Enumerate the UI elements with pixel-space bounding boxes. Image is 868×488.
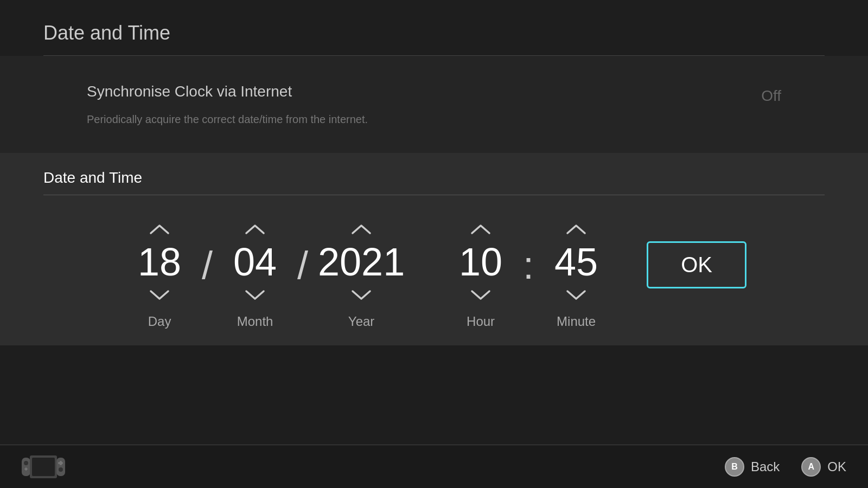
svg-point-4 bbox=[24, 461, 28, 465]
picker-section: Date and Time 18 Day / bbox=[0, 153, 868, 345]
picker-divider bbox=[43, 195, 825, 195]
hour-label: Hour bbox=[467, 314, 495, 329]
minute-value: 45 bbox=[544, 241, 609, 284]
chevron-down-icon bbox=[565, 289, 587, 302]
minute-down-button[interactable] bbox=[554, 284, 598, 307]
minute-picker: 45 Minute bbox=[538, 217, 614, 329]
picker-section-title: Date and Time bbox=[43, 169, 825, 187]
chevron-up-icon bbox=[470, 222, 492, 235]
time-sep: : bbox=[519, 243, 538, 287]
hour-up-button[interactable] bbox=[459, 217, 502, 241]
year-value: 2021 bbox=[318, 241, 405, 284]
month-down-button[interactable] bbox=[233, 284, 277, 307]
svg-rect-2 bbox=[32, 458, 55, 476]
a-button-label: A bbox=[808, 462, 815, 472]
month-label: Month bbox=[237, 314, 273, 329]
bottom-bar: B Back A OK bbox=[0, 445, 868, 488]
svg-rect-3 bbox=[56, 458, 65, 476]
bottom-controls: B Back A OK bbox=[725, 457, 846, 477]
chevron-up-icon bbox=[350, 222, 372, 235]
sync-section: Synchronise Clock via Internet Off Perio… bbox=[0, 56, 868, 153]
ok-button[interactable]: OK bbox=[647, 241, 746, 288]
month-up-button[interactable] bbox=[233, 217, 277, 241]
top-section: Date and Time bbox=[0, 0, 868, 56]
chevron-down-icon bbox=[244, 289, 266, 302]
svg-point-5 bbox=[59, 467, 63, 472]
sync-status: Off bbox=[761, 87, 781, 105]
chevron-up-icon bbox=[149, 222, 170, 235]
svg-rect-0 bbox=[22, 458, 30, 476]
sync-row: Synchronise Clock via Internet Off bbox=[87, 83, 781, 109]
console-icon bbox=[22, 453, 65, 480]
b-button-label: B bbox=[731, 462, 738, 472]
hour-value: 10 bbox=[448, 241, 513, 284]
sync-title: Synchronise Clock via Internet bbox=[87, 83, 292, 100]
date-sep-2: / bbox=[293, 243, 312, 287]
date-sep-1: / bbox=[197, 243, 217, 287]
chevron-down-icon bbox=[470, 289, 492, 302]
day-value: 18 bbox=[127, 241, 192, 284]
year-up-button[interactable] bbox=[340, 217, 383, 241]
svg-point-11 bbox=[60, 461, 62, 463]
hour-down-button[interactable] bbox=[459, 284, 502, 307]
chevron-up-icon bbox=[244, 222, 266, 235]
b-button-icon: B bbox=[725, 457, 744, 477]
year-label: Year bbox=[348, 314, 375, 329]
chevron-up-icon bbox=[565, 222, 587, 235]
minute-up-button[interactable] bbox=[554, 217, 598, 241]
month-picker: 04 Month bbox=[217, 217, 293, 329]
day-label: Day bbox=[148, 314, 171, 329]
hour-picker: 10 Hour bbox=[443, 217, 519, 329]
svg-point-10 bbox=[60, 463, 62, 465]
year-picker: 2021 Year bbox=[312, 217, 410, 329]
a-button-icon: A bbox=[801, 457, 821, 477]
year-down-button[interactable] bbox=[340, 284, 383, 307]
svg-rect-7 bbox=[25, 467, 27, 471]
sync-description: Periodically acquire the correct date/ti… bbox=[87, 113, 781, 126]
day-up-button[interactable] bbox=[138, 217, 181, 241]
page-title: Date and Time bbox=[43, 22, 825, 44]
chevron-down-icon bbox=[350, 289, 372, 302]
ok-label: OK bbox=[827, 459, 846, 474]
back-control: B Back bbox=[725, 457, 780, 477]
minute-label: Minute bbox=[557, 314, 596, 329]
ok-control: A OK bbox=[801, 457, 846, 477]
chevron-down-icon bbox=[149, 289, 170, 302]
back-label: Back bbox=[751, 459, 780, 474]
day-picker: 18 Day bbox=[122, 217, 197, 329]
month-value: 04 bbox=[222, 241, 288, 284]
day-down-button[interactable] bbox=[138, 284, 181, 307]
picker-container: 18 Day / 04 Month bbox=[43, 217, 825, 329]
